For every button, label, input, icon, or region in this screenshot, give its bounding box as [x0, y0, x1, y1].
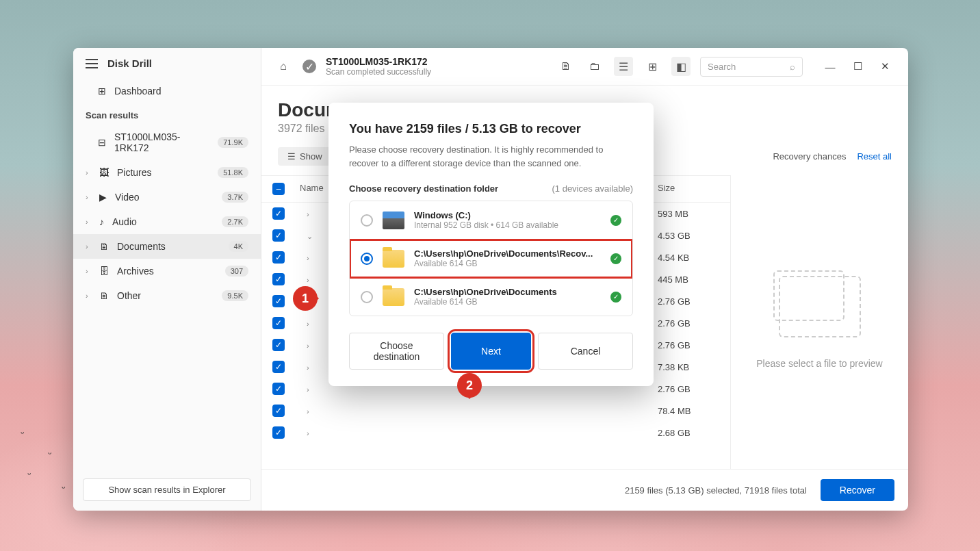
file-size: 4.54 KB — [658, 253, 719, 263]
sidebar-item-documents[interactable]: ›🗎Documents4K — [73, 234, 261, 259]
sidebar-item-dashboard[interactable]: ⊞ Dashboard — [73, 79, 261, 103]
category-icon: 🗎 — [99, 241, 109, 252]
modal-title: You have 2159 files / 5.13 GB to recover — [349, 122, 633, 136]
destination-name: C:\Users\hp\OneDrive\Documents — [414, 287, 601, 297]
chevron-icon: › — [307, 210, 309, 218]
chevron-icon: › — [307, 320, 309, 328]
file-size: 2.76 GB — [658, 384, 719, 394]
category-label: Other — [117, 290, 141, 301]
search-input[interactable]: Search ⌕ — [700, 57, 803, 77]
radio-button[interactable] — [361, 291, 373, 303]
annotation-2: 2 — [457, 373, 482, 398]
hamburger-icon[interactable] — [86, 59, 98, 68]
destination-info: Windows (C:)Internal 952 GB disk • 614 G… — [414, 210, 601, 230]
destination-label: Choose recovery destination folder — [349, 183, 498, 194]
category-icon: ♪ — [99, 216, 104, 227]
chevron-right-icon: › — [86, 168, 91, 177]
chevron-icon: ⌄ — [307, 232, 313, 240]
row-checkbox[interactable]: ✓ — [272, 229, 285, 242]
category-icon: ▶ — [99, 192, 107, 203]
choose-destination-button[interactable]: Choose destination — [349, 333, 444, 370]
category-count-badge: 3.7K — [222, 192, 248, 203]
close-button[interactable]: ✕ — [874, 57, 896, 76]
minimize-button[interactable]: — — [819, 57, 841, 76]
show-in-explorer-button[interactable]: Show scan results in Explorer — [83, 478, 251, 501]
reset-all-link[interactable]: Reset all — [857, 151, 892, 162]
destination-header: Choose recovery destination folder (1 de… — [349, 183, 633, 194]
sidebar-footer: Show scan results in Explorer — [73, 469, 261, 511]
bottom-bar: 2159 files (5.13 GB) selected, 71918 fil… — [261, 469, 908, 511]
row-checkbox[interactable]: ✓ — [272, 295, 285, 307]
list-view-icon[interactable]: ☰ — [614, 57, 633, 76]
destination-info: C:\Users\hp\OneDrive\Documents\Recov...A… — [414, 248, 601, 268]
check-circle-icon: ✓ — [302, 60, 316, 73]
table-row[interactable]: ✓›2.68 GB — [261, 422, 730, 444]
file-size: 78.4 MB — [658, 406, 719, 416]
app-name: Disk Drill — [107, 57, 152, 69]
sidebar: Disk Drill ⊞ Dashboard Scan results ⊟ ST… — [73, 48, 261, 511]
category-label: Documents — [117, 241, 166, 252]
file-size: 445 MB — [658, 274, 719, 285]
destination-detail: Available 614 GB — [414, 297, 601, 307]
destination-detail: Internal 952 GB disk • 614 GB available — [414, 220, 601, 230]
row-checkbox[interactable]: ✓ — [272, 273, 285, 285]
column-size-header[interactable]: Size — [658, 183, 719, 195]
chevron-icon: › — [307, 342, 309, 350]
home-icon[interactable]: ⌂ — [274, 57, 293, 76]
drive-icon: ⊟ — [98, 137, 106, 148]
radio-button[interactable] — [361, 253, 373, 265]
preview-placeholder-icon — [779, 276, 861, 337]
drive-icon — [383, 212, 404, 229]
row-checkbox[interactable]: ✓ — [272, 383, 285, 395]
destination-detail: Available 614 GB — [414, 259, 601, 268]
annotation-1: 1 — [293, 286, 318, 311]
next-button[interactable]: Next — [451, 333, 531, 370]
row-checkbox[interactable]: ✓ — [272, 426, 285, 439]
category-icon: 🖼 — [99, 167, 109, 178]
destination-name: Windows (C:) — [414, 210, 601, 220]
show-filter-button[interactable]: ☰Show — [278, 147, 332, 166]
category-label: Audio — [112, 216, 137, 227]
sidebar-item-audio[interactable]: ›♪Audio2.7K — [73, 209, 261, 234]
row-checkbox[interactable]: ✓ — [272, 207, 285, 220]
folder-icon[interactable]: 🗀 — [585, 57, 604, 76]
sidebar-item-other[interactable]: ›🗎Other9.5K — [73, 283, 261, 308]
chevron-icon: › — [307, 429, 309, 437]
chevron-icon: › — [307, 407, 309, 415]
sidebar-item-archives[interactable]: ›🗄Archives307 — [73, 259, 261, 283]
sidebar-item-drive[interactable]: ⊟ ST1000LM035-1RK172 71.9K — [73, 125, 261, 160]
drive-title: ST1000LM035-1RK172 — [326, 56, 431, 67]
destination-item[interactable]: Windows (C:)Internal 952 GB disk • 614 G… — [350, 201, 632, 240]
row-checkbox[interactable]: ✓ — [272, 339, 285, 351]
file-icon[interactable]: 🗎 — [556, 57, 576, 76]
chevron-right-icon: › — [86, 292, 91, 300]
devices-available: (1 devices available) — [552, 183, 633, 194]
chevron-icon: › — [307, 385, 309, 394]
panel-toggle-icon[interactable]: ◧ — [671, 57, 691, 76]
table-row[interactable]: ✓›78.4 MB — [261, 400, 730, 422]
chevron-right-icon: › — [86, 267, 91, 275]
recover-button[interactable]: Recover — [821, 479, 894, 501]
file-size: 7.38 KB — [658, 362, 719, 372]
folder-icon — [383, 288, 404, 306]
row-checkbox[interactable]: ✓ — [272, 317, 285, 329]
sidebar-item-pictures[interactable]: ›🖼Pictures51.8K — [73, 160, 261, 185]
select-all-checkbox[interactable]: – — [272, 183, 285, 195]
destination-item[interactable]: C:\Users\hp\OneDrive\DocumentsAvailable … — [350, 278, 632, 316]
category-label: Archives — [117, 266, 154, 277]
sidebar-item-video[interactable]: ›▶Video3.7K — [73, 185, 261, 209]
recovery-chances-label[interactable]: Recovery chances — [773, 151, 846, 162]
radio-button[interactable] — [361, 214, 373, 227]
topbar-title-block: ST1000LM035-1RK172 Scan completed succes… — [326, 56, 431, 77]
recovery-destination-modal: You have 2159 files / 5.13 GB to recover… — [328, 103, 654, 386]
category-count-badge: 51.8K — [218, 167, 248, 178]
row-checkbox[interactable]: ✓ — [272, 251, 285, 264]
row-checkbox[interactable]: ✓ — [272, 405, 285, 417]
row-checkbox[interactable]: ✓ — [272, 361, 285, 373]
file-size: 2.76 GB — [658, 340, 719, 350]
maximize-button[interactable]: ☐ — [847, 57, 868, 76]
cancel-button[interactable]: Cancel — [538, 333, 633, 370]
destination-item[interactable]: C:\Users\hp\OneDrive\Documents\Recov...A… — [350, 240, 632, 278]
modal-buttons: Choose destination Next Cancel — [349, 333, 633, 370]
grid-view-icon[interactable]: ⊞ — [643, 57, 662, 76]
